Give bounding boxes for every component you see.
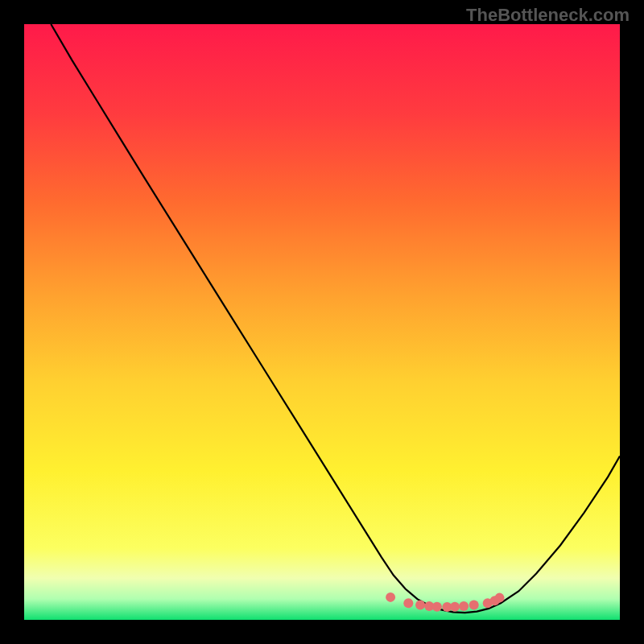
marker-point: [495, 593, 505, 603]
bottleneck-curve: [51, 24, 620, 613]
marker-point: [432, 602, 442, 612]
marker-point: [469, 601, 479, 610]
marker-point: [415, 601, 425, 610]
attribution-text: TheBottleneck.com: [466, 5, 630, 26]
marker-point: [403, 598, 413, 608]
chart-plot-area: [24, 24, 620, 620]
marker-point: [386, 592, 395, 602]
chart-curve-layer: [24, 24, 620, 620]
marker-point: [459, 601, 469, 611]
marker-point: [450, 602, 460, 612]
